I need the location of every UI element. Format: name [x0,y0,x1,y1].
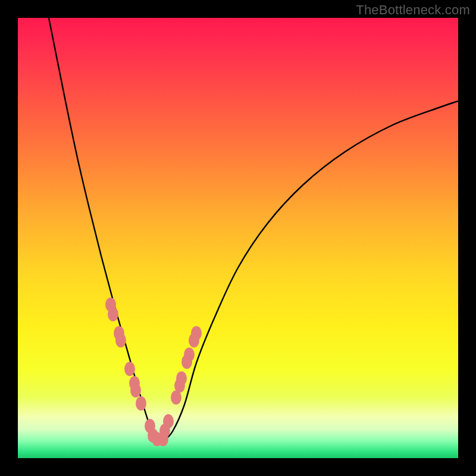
marker-point [124,362,135,376]
marker-point [189,333,199,347]
marker-point [108,307,118,321]
bottleneck-curve [42,18,458,441]
outer-frame: TheBottleneck.com [0,0,476,476]
curve-layer [18,18,458,458]
marker-point [136,396,146,411]
marker-point [159,424,170,438]
plot-area [18,18,458,458]
marker-point [181,355,192,369]
marker-point [171,390,181,405]
marker-point [130,383,141,397]
watermark-text: TheBottleneck.com [356,2,470,18]
marker-point [115,333,126,347]
marker-group [105,298,202,446]
